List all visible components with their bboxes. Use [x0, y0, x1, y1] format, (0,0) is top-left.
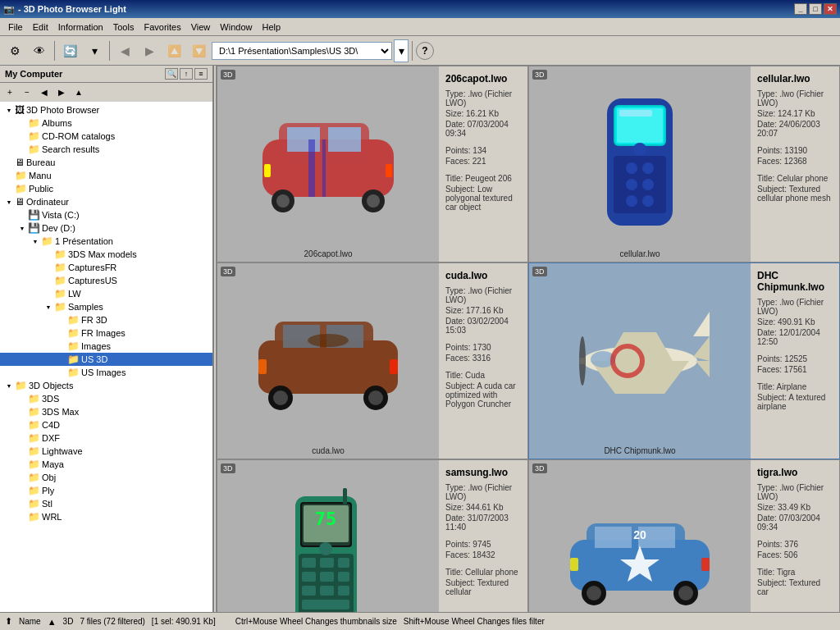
tree-item-usimages[interactable]: 📁US Images	[0, 366, 212, 379]
tree-forward-button[interactable]: ▶	[53, 84, 70, 99]
thumb-card-cellular[interactable]: 3D cellular.lwocellular.lwoType: .lwo (F…	[528, 66, 840, 262]
tree-item-bureau[interactable]: 🖥Bureau	[0, 156, 212, 169]
thumb-card-dhc[interactable]: 3D DHC Chipmunk.lwoDHC Chipmunk.lwoType:	[528, 262, 840, 459]
tree-item-maya[interactable]: 📁Maya	[0, 458, 212, 471]
tree-expand-btn-dev[interactable]: ▼	[16, 222, 28, 234]
menu-information[interactable]: Information	[53, 21, 108, 34]
maximize-button[interactable]: □	[809, 3, 822, 15]
tree-expand-btn-ordinateur[interactable]: ▼	[3, 196, 15, 208]
menu-favorites[interactable]: Favorites	[139, 21, 185, 34]
tree-expand-btn-c4d[interactable]	[16, 419, 28, 431]
tree-item-frimages[interactable]: 📁FR Images	[0, 326, 212, 340]
tree-item-3dsmax[interactable]: 📁3DS Max models	[0, 248, 212, 261]
thumb-card-tigra[interactable]: 3D 20 tigra.lwotigra.lwoType: .lwo (Fich…	[528, 459, 840, 612]
tree-expand-btn-dxf[interactable]	[16, 432, 28, 444]
tree-item-lightwave[interactable]: 📁Lightwave	[0, 445, 212, 458]
tree-item-3dsmax2[interactable]: 📁3DS Max	[0, 405, 212, 418]
tree-item-3ds[interactable]: 📁3DS	[0, 392, 212, 405]
tree-item-stl[interactable]: 📁Stl	[0, 497, 212, 510]
tree-item-dev[interactable]: ▼💾Dev (D:)	[0, 221, 212, 235]
tree-item-us3d[interactable]: 📁US 3D	[0, 353, 212, 366]
toolbar-dropdown-arrow[interactable]: ▾	[394, 39, 409, 62]
thumb-card-206capot[interactable]: 3D 206capot.lwo206capot.lwoType: .lwo (F…	[217, 66, 528, 262]
tree-expand-button[interactable]: +	[2, 84, 18, 99]
tree-item-1pres[interactable]: ▼📁1 Présentation	[0, 235, 212, 248]
tree-expand-btn-maya[interactable]	[16, 459, 28, 470]
tree-expand-btn-3dsmax2[interactable]	[16, 406, 28, 418]
tree-expand-btn-fr3d[interactable]	[56, 314, 67, 326]
panel-options-button[interactable]: ≡	[194, 68, 208, 80]
tree-expand-btn-1pres[interactable]: ▼	[30, 235, 41, 247]
thumbnails-panel[interactable]: 3D 206capot.lwo206capot.lwoType: .lwo (F…	[217, 66, 840, 612]
path-combobox[interactable]: D:\1 Présentation\Samples\US 3D\	[212, 42, 392, 60]
toolbar-action2-button[interactable]: ▶	[138, 39, 161, 62]
tree-expand-btn-public[interactable]	[3, 183, 15, 194]
tree-collapse-button[interactable]: −	[19, 84, 35, 99]
tree-expand-btn-wrl[interactable]	[16, 511, 28, 523]
tree-expand-btn-images[interactable]	[56, 340, 67, 352]
tree-expand-btn-3dsmax[interactable]	[43, 249, 54, 260]
tree-item-3dpb[interactable]: ▼🖼3D Photo Browser	[0, 103, 212, 116]
tree-expand-btn-lw[interactable]	[43, 288, 54, 299]
tree-item-3dobjects[interactable]: ▼📁3D Objects	[0, 379, 212, 392]
tree-item-dxf[interactable]: 📁DXF	[0, 431, 212, 445]
tree-expand-btn-vista[interactable]	[16, 209, 28, 221]
tree-container[interactable]: ▼🖼3D Photo Browser📁Albums📁CD-ROM catalog…	[0, 102, 212, 612]
tree-item-ply[interactable]: 📁Ply	[0, 484, 212, 497]
tree-expand-btn-search[interactable]	[16, 144, 28, 155]
tree-expand-btn-manu[interactable]	[3, 170, 15, 181]
tree-expand-btn-capturesfr[interactable]	[43, 262, 54, 273]
tree-back-button[interactable]: ◀	[36, 84, 52, 99]
tree-item-ordinateur[interactable]: ▼🖥Ordinateur	[0, 195, 212, 208]
toolbar-action3-button[interactable]: 🔼	[162, 39, 185, 62]
toolbar-action1-button[interactable]: ◀	[113, 39, 136, 62]
menu-edit[interactable]: Edit	[28, 21, 53, 34]
tree-item-samples[interactable]: ▼📁Samples	[0, 300, 212, 313]
tree-item-search[interactable]: 📁Search results	[0, 143, 212, 156]
menu-tools[interactable]: Tools	[108, 21, 139, 34]
tree-item-cdrom[interactable]: 📁CD-ROM catalogs	[0, 130, 212, 143]
tree-expand-btn-3dobjects[interactable]: ▼	[3, 380, 15, 391]
tree-item-vista[interactable]: 💾Vista (C:)	[0, 208, 212, 221]
tree-item-obj[interactable]: 📁Obj	[0, 471, 212, 484]
tree-expand-btn-samples[interactable]: ▼	[43, 301, 54, 313]
toolbar-action4-button[interactable]: 🔽	[187, 39, 210, 62]
tree-item-manu[interactable]: 📁Manu	[0, 169, 212, 182]
toolbar-help-button[interactable]: ?	[416, 42, 434, 60]
panel-search-button[interactable]: 🔍	[165, 68, 178, 80]
tree-expand-btn-frimages[interactable]	[56, 327, 67, 339]
tree-item-images[interactable]: 📁Images	[0, 340, 212, 353]
tree-item-capturesus[interactable]: 📁CapturesUS	[0, 274, 212, 287]
tree-expand-btn-cdrom[interactable]	[16, 130, 28, 142]
tree-item-fr3d[interactable]: 📁FR 3D	[0, 313, 212, 326]
tree-expand-btn-us3d[interactable]	[56, 354, 67, 365]
tree-item-capturesfr[interactable]: 📁CapturesFR	[0, 261, 212, 274]
menu-help[interactable]: Help	[257, 21, 285, 34]
tree-expand-btn-ply[interactable]	[16, 485, 28, 496]
tree-up-button[interactable]: ▲	[71, 84, 87, 99]
toolbar-view-button[interactable]: 👁	[28, 39, 51, 62]
toolbar-nav-button[interactable]: 🔄	[58, 39, 81, 62]
toolbar-settings-button[interactable]: ⚙	[3, 39, 26, 62]
tree-expand-btn-albums[interactable]	[16, 117, 28, 129]
tree-expand-btn-lightwave[interactable]	[16, 445, 28, 457]
minimize-button[interactable]: _	[794, 3, 807, 15]
thumb-card-samsung[interactable]: 3D 75	[217, 459, 528, 612]
tree-item-wrl[interactable]: 📁WRL	[0, 510, 212, 523]
close-button[interactable]: ✕	[824, 3, 837, 15]
tree-expand-btn-capturesus[interactable]	[43, 275, 54, 286]
tree-expand-btn-usimages[interactable]	[56, 367, 67, 378]
tree-item-albums[interactable]: 📁Albums	[0, 116, 212, 130]
tree-item-c4d[interactable]: 📁C4D	[0, 418, 212, 431]
thumb-card-cuda[interactable]: 3D cuda.lwocuda.lwoType: .lwo (Fichier L…	[217, 262, 528, 459]
tree-item-public[interactable]: 📁Public	[0, 182, 212, 195]
tree-expand-btn-obj[interactable]	[16, 472, 28, 483]
tree-item-lw[interactable]: 📁LW	[0, 287, 212, 300]
tree-expand-btn-bureau[interactable]	[3, 157, 15, 168]
menu-window[interactable]: Window	[215, 21, 257, 34]
menu-file[interactable]: File	[3, 21, 28, 34]
menu-view[interactable]: View	[186, 21, 216, 34]
toolbar-arrow-button[interactable]: ▾	[83, 39, 106, 62]
tree-expand-btn-3dpb[interactable]: ▼	[3, 104, 15, 116]
panel-sort-button[interactable]: ↑	[180, 68, 193, 80]
